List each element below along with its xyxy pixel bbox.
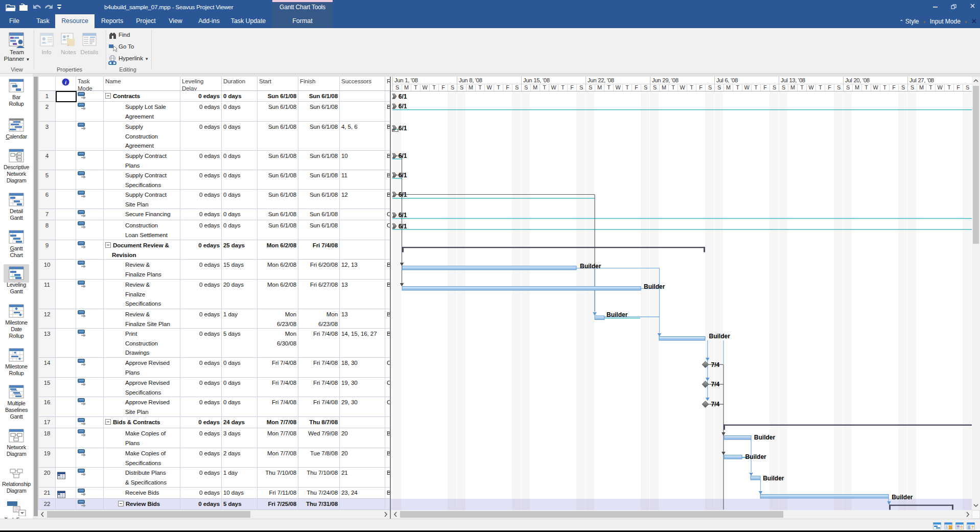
svg-text:Builder: Builder [763,475,784,482]
svg-text:7/4: 7/4 [711,381,720,388]
svg-text:Builder: Builder [745,453,766,460]
svg-text:6/1: 6/1 [399,191,407,198]
svg-text:7/4: 7/4 [711,401,720,408]
svg-text:6/1: 6/1 [399,93,407,100]
svg-text:Builder: Builder [709,333,731,340]
svg-text:Builder: Builder [606,311,628,318]
svg-text:6/1: 6/1 [399,125,407,132]
svg-text:Builder: Builder [580,263,601,270]
svg-text:6/1: 6/1 [399,223,407,230]
svg-text:Builder: Builder [892,494,913,501]
svg-text:Builder: Builder [754,434,776,441]
svg-text:6/1: 6/1 [399,152,407,159]
svg-text:6/1: 6/1 [399,103,407,110]
svg-text:Builder: Builder [644,283,665,290]
svg-text:6/1: 6/1 [399,212,407,219]
svg-text:7/4: 7/4 [711,361,720,368]
svg-text:6/1: 6/1 [399,172,407,179]
